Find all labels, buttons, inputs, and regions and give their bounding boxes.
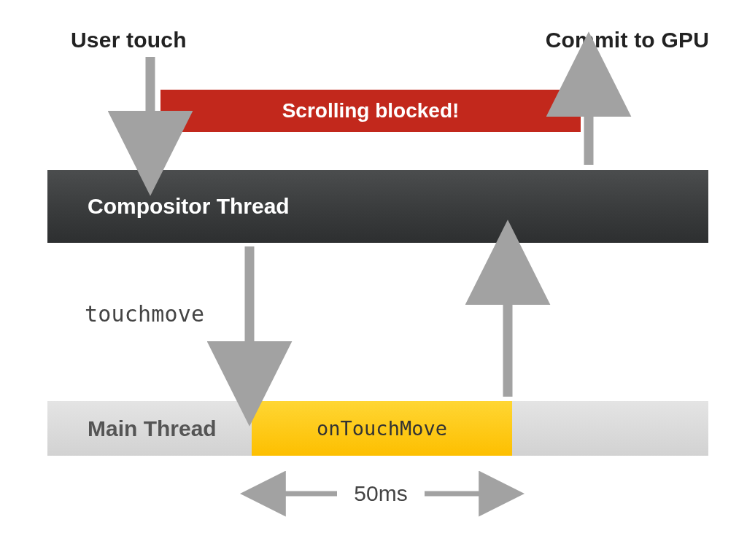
diagram-stage: User touch Commit to GPU Scrolling block… — [0, 0, 747, 560]
user-touch-label: User touch — [71, 28, 187, 52]
main-thread-title-cell: Main Thread — [47, 401, 252, 456]
ontouchmove-cell: onTouchMove — [252, 401, 512, 456]
main-thread-title: Main Thread — [88, 416, 217, 441]
scrolling-blocked-banner: Scrolling blocked! — [160, 90, 581, 132]
main-thread-trailing — [512, 401, 708, 456]
ontouchmove-label: onTouchMove — [317, 417, 447, 440]
scrolling-blocked-text: Scrolling blocked! — [282, 99, 460, 122]
touchmove-label: touchmove — [85, 301, 204, 327]
arrows-overlay — [0, 0, 747, 560]
compositor-thread-title: Compositor Thread — [88, 194, 290, 219]
commit-gpu-label: Commit to GPU — [546, 28, 709, 52]
duration-label: 50ms — [344, 481, 417, 506]
main-thread-bar: Main Thread onTouchMove — [47, 401, 708, 456]
compositor-thread-bar: Compositor Thread — [47, 170, 708, 243]
